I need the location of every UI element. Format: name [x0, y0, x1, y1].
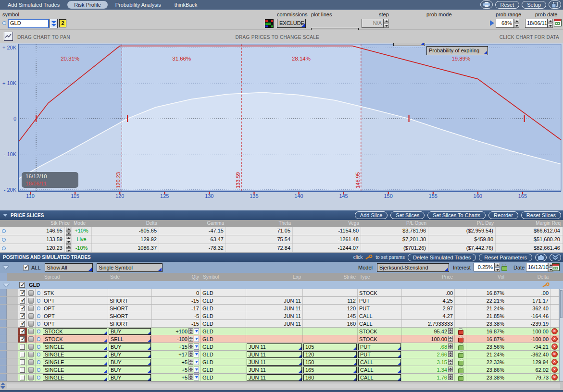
symbol-group-row[interactable]: GLD [0, 281, 563, 289]
row-type-select[interactable]: CALL [358, 374, 401, 381]
row-qty-dropdown[interactable] [194, 359, 199, 365]
row-checkbox[interactable] [20, 344, 25, 350]
single-symbol-select[interactable]: Single Symbol [97, 263, 163, 272]
row-strike-select[interactable]: 105 [303, 343, 357, 350]
row-spread-select[interactable]: STOCK [43, 328, 107, 335]
slice-price-spinner[interactable] [65, 227, 72, 235]
row-price[interactable]: 100.00 [431, 336, 447, 343]
collapse-triangle-icon[interactable] [3, 214, 8, 217]
prob-range-stepper[interactable]: 68% [496, 19, 519, 28]
row-exp-select[interactable]: JUN 11 [247, 374, 302, 381]
row-exp-select[interactable]: JUN 11 [247, 359, 302, 366]
row-qty-spinner[interactable] [188, 374, 193, 380]
row-qty-spinner[interactable] [188, 359, 193, 365]
collapse-section-button[interactable] [550, 254, 561, 261]
group-expand-triangle[interactable] [3, 283, 9, 287]
row-type-select[interactable]: CALL [358, 367, 401, 373]
row-type-select[interactable]: CALL [358, 359, 401, 366]
slice-stk-price[interactable]: 120.23 [8, 244, 65, 252]
row-type-select[interactable]: PUT [358, 343, 401, 350]
row-spread-select[interactable]: SINGLE [43, 359, 107, 366]
scroll-buttons[interactable] [0, 382, 5, 389]
row-link-indicator[interactable] [37, 345, 40, 349]
row-side-select[interactable]: BUY [109, 343, 151, 350]
model-select[interactable]: Bjerksund-Stensland [377, 263, 449, 272]
row-link-indicator[interactable] [37, 330, 40, 333]
section-expand-triangle[interactable] [3, 266, 9, 269]
reset-parameters-button[interactable]: Reset Parameters [479, 254, 532, 261]
row-params-button[interactable] [28, 375, 34, 380]
row-checkbox[interactable] [20, 298, 25, 304]
row-checkbox[interactable] [20, 375, 25, 380]
risk-profile-plot[interactable]: 120.23133.59146.9520.31%31.66%28.14%19.8… [0, 43, 563, 210]
row-qty-spinner[interactable] [188, 351, 193, 357]
row-qty-spinner[interactable] [188, 367, 193, 373]
row-spread-select[interactable]: SINGLE [43, 367, 107, 373]
slice-stk-price[interactable]: 146.95 [8, 227, 65, 235]
price-unlock-icon[interactable] [458, 351, 463, 357]
commissions-select[interactable]: EXCLUDE [277, 19, 306, 28]
tab-probability-analysis[interactable]: Probability Analysis [110, 1, 167, 9]
row-qty-dropdown[interactable] [194, 328, 199, 334]
slice-link-indicator[interactable] [2, 246, 6, 250]
row-qty[interactable]: +17 [178, 351, 188, 358]
row-checkbox[interactable] [20, 321, 25, 327]
price-unlock-icon[interactable] [458, 359, 463, 365]
row-side-select[interactable]: BUY [109, 351, 151, 358]
symbol-link-indicator[interactable] [2, 21, 6, 25]
row-link-indicator[interactable] [37, 360, 40, 364]
symbol-input[interactable]: GLD [8, 19, 49, 28]
print-button[interactable] [480, 0, 493, 9]
row-strike-select[interactable]: 120 [303, 351, 357, 358]
row-price-spinner[interactable] [448, 336, 453, 342]
row-qty-spinner[interactable] [188, 343, 193, 350]
expand-arrow-icon[interactable] [490, 20, 494, 26]
prob-mode-select[interactable]: Probability of expiring [426, 46, 488, 55]
row-checkbox[interactable] [20, 313, 25, 319]
row-side-select[interactable]: SELL [109, 336, 151, 343]
reorder-button[interactable]: Reorder [488, 211, 518, 219]
row-link-indicator[interactable] [37, 322, 40, 326]
slice-price-spinner[interactable] [65, 244, 72, 252]
row-link-indicator[interactable] [37, 299, 40, 303]
reset-slices-button[interactable]: Reset Slices [521, 211, 561, 219]
row-spread-select[interactable]: SINGLE [43, 351, 107, 358]
row-link-indicator[interactable] [37, 368, 40, 372]
show-all-select[interactable]: Show All [45, 263, 93, 272]
row-strike-select[interactable]: 150 [303, 359, 357, 366]
row-link-indicator[interactable] [37, 337, 40, 341]
row-checkbox[interactable] [20, 306, 25, 311]
row-params-button[interactable] [28, 290, 34, 296]
row-checkbox[interactable] [20, 290, 25, 296]
row-qty[interactable]: +5 [181, 367, 188, 373]
row-price[interactable]: 3.15 [437, 359, 447, 366]
row-price[interactable]: 1.34 [437, 367, 447, 373]
row-params-button[interactable] [28, 329, 34, 334]
row-side-select[interactable]: BUY [109, 328, 151, 335]
row-price[interactable]: 1.76 [437, 374, 447, 381]
row-params-button[interactable] [28, 352, 34, 357]
group-checkbox[interactable] [19, 282, 25, 288]
group-wrench-icon[interactable] [542, 282, 550, 288]
scroll-up-icon[interactable] [0, 382, 5, 385]
row-delete-button[interactable]: × [551, 367, 558, 373]
positions-vertical-scrollbar[interactable] [559, 289, 563, 381]
row-link-indicator[interactable] [37, 376, 40, 380]
price-unlock-icon[interactable] [458, 374, 463, 380]
row-spread-select[interactable]: STOCK [43, 336, 107, 343]
tab-thinkback[interactable]: thinkBack [169, 1, 203, 9]
set-slices-to-charts-button[interactable]: Set Slices To Charts [427, 211, 486, 219]
interest-stepper[interactable]: 0.25% [474, 263, 500, 271]
price-unlock-icon[interactable] [458, 343, 463, 350]
slice-stk-price[interactable]: 133.59 [8, 235, 65, 244]
row-params-button[interactable] [28, 321, 34, 327]
row-strike-select[interactable]: 165 [303, 367, 357, 373]
calendar-icon[interactable] [554, 19, 562, 26]
row-price-spinner[interactable] [448, 351, 453, 357]
row-params-button[interactable] [28, 313, 34, 319]
step-stepper[interactable]: N/A [362, 19, 389, 28]
add-slice-button[interactable]: Add Slice [355, 211, 388, 219]
row-delete-button[interactable]: × [551, 374, 558, 380]
row-qty-dropdown[interactable] [194, 351, 199, 357]
row-price-spinner[interactable] [448, 343, 453, 350]
